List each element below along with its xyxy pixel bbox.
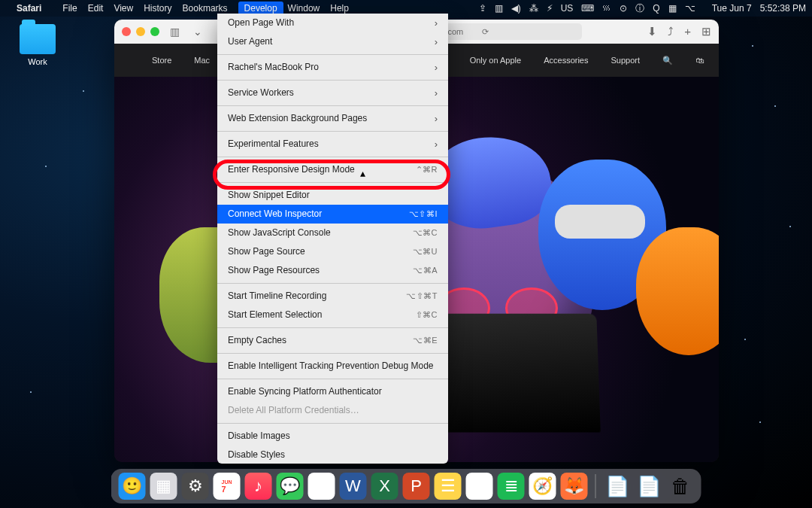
menu-extra-icon[interactable]: ᯾ [602,3,611,14]
menu-extra-icon[interactable]: ▦ [668,3,677,14]
menu-item-label: Disable Images [228,430,290,443]
downloads-button[interactable]: ⬇︎ [647,25,657,38]
tab-overview-button[interactable]: ⊞ [701,25,711,38]
menu-item-label: Connect Web Inspector [228,208,322,221]
dock-app-notes[interactable]: ☰ [435,473,462,500]
menu-separator [217,182,448,183]
menu-item-empty-caches[interactable]: Empty Caches⌥⌘E [217,331,448,350]
menubar-item-file[interactable]: File [62,3,77,14]
sidebar-toggle-button[interactable]: ▥ [167,26,183,38]
bag-icon[interactable]: 🛍 [695,56,704,65]
dock-app-slack[interactable]: ✱ [466,473,493,500]
menu-extra-icon[interactable]: US [561,3,574,14]
dock-tray-document[interactable]: 📄 [604,473,631,500]
menu-item-label: Show JavaScript Console [228,227,331,239]
nav-mac[interactable]: Mac [194,56,210,65]
menu-item-show-javascript-console[interactable]: Show JavaScript Console⌥⌘C [217,224,448,242]
menubar-item-bookmarks[interactable]: Bookmarks [183,3,228,14]
nav-store[interactable]: Store [152,56,171,65]
new-tab-button[interactable]: + [684,25,691,38]
menu-item-label: Open Page With [228,17,294,29]
menu-separator [217,327,448,328]
menu-item-enter-responsive-design-mode[interactable]: Enter Responsive Design Mode⌃⌘R [217,160,448,179]
menu-extra-icon[interactable]: ⁂ [529,3,538,14]
menu-item-label: User Agent [228,35,272,48]
menu-item-disable-images[interactable]: Disable Images [217,427,448,446]
close-button[interactable] [122,27,131,36]
dock-app-powerpoint[interactable]: P [403,473,430,500]
menu-item-shortcut: ⌥⇧⌘T [406,290,438,303]
menubar-app-name[interactable]: Safari [17,3,41,14]
dock-app-excel[interactable]: X [371,473,398,500]
nav-support[interactable]: Support [611,56,640,65]
desktop-folder-work[interactable]: Work [15,24,60,66]
dock-app-chrome[interactable]: ◉ [308,473,335,500]
menu-extra-icon[interactable]: ⌥ [685,3,695,14]
dock: 🙂▦⚙︎JUN7♪💬◉WXP☰✱≣🧭🦊📄📄🗑 [111,469,701,503]
menu-item-disable-styles[interactable]: Disable Styles [217,446,448,464]
dock-app-messages[interactable]: 💬 [277,473,304,500]
menu-item-show-snippet-editor[interactable]: Show Snippet Editor [217,186,448,205]
menu-item-shortcut: ⇧⌘C [416,309,438,321]
menu-item-service-workers[interactable]: Service Workers [217,84,448,102]
dock-tray-trash[interactable]: 🗑 [667,473,694,500]
dock-app-music[interactable]: ♪ [245,473,272,500]
tab-group-menu-button[interactable]: ⌄ [190,26,205,38]
menu-item-show-page-source[interactable]: Show Page Source⌥⌘U [217,242,448,261]
menu-item-web-extension-background-pages[interactable]: Web Extension Background Pages [217,109,448,128]
menubar-item-window[interactable]: Window [288,3,320,14]
search-icon[interactable]: 🔍 [662,56,673,65]
menu-item-start-timeline-recording[interactable]: Start Timeline Recording⌥⇧⌘T [217,287,448,306]
menu-item-label: Experimental Features [228,138,319,151]
zoom-button[interactable] [150,27,159,36]
menu-extra-icon[interactable]: ⌨︎ [581,3,594,14]
menu-item-label: Show Snippet Editor [228,189,310,202]
menubar-item-help[interactable]: Help [330,3,349,14]
nav-accessories[interactable]: Accessories [544,56,588,65]
menu-item-show-page-resources[interactable]: Show Page Resources⌥⌘A [217,261,448,280]
menu-separator [217,54,448,55]
dock-tray-document2[interactable]: 📄 [635,473,662,500]
menu-extra-icon[interactable]: ⇪ [479,3,486,14]
dock-app-spotify[interactable]: ≣ [498,473,525,500]
menu-item-shortcut: ⌥⌘U [413,245,438,258]
dock-app-word[interactable]: W [340,473,367,500]
menubar-item-edit[interactable]: Edit [88,3,104,14]
dock-app-system-preferences[interactable]: ⚙︎ [182,473,209,500]
menu-item-user-agent[interactable]: User Agent [217,32,448,51]
menu-extra-icon[interactable]: ▥ [495,3,503,14]
menu-extra-icon[interactable]: ◀) [511,3,521,14]
menubar-date[interactable]: Tue Jun 7 [712,3,752,14]
menu-item-start-element-selection[interactable]: Start Element Selection⇧⌘C [217,306,448,324]
menubar-item-view[interactable]: View [114,3,133,14]
reload-icon[interactable]: ⟳ [482,27,489,37]
window-controls [122,27,159,36]
dock-app-calendar[interactable]: JUN7 [214,473,241,500]
menubar-item-history[interactable]: History [144,3,171,14]
menu-extra-icon[interactable]: Q [653,3,659,14]
menu-item-label: Enable Syncing Platform Authenticator [228,385,382,398]
menu-extra-icon[interactable]: ⊙ [620,3,627,14]
share-button[interactable]: ⤴︎ [668,25,674,38]
dock-app-launchpad[interactable]: ▦ [150,473,177,500]
develop-menu[interactable]: Open Page WithUser AgentRachel's MacBook… [217,14,448,464]
menu-item-label: Rachel's MacBook Pro [228,61,319,74]
menu-item-shortcut: ⌃⌘R [416,163,438,176]
dock-app-safari[interactable]: 🧭 [529,473,556,500]
menu-extra-icon[interactable]: ⓘ [635,3,644,14]
nav-only-on-apple[interactable]: Only on Apple [470,56,522,65]
menu-item-label: Start Element Selection [228,309,322,321]
menu-item-experimental-features[interactable]: Experimental Features [217,135,448,154]
dock-app-finder[interactable]: 🙂 [119,473,146,500]
menu-item-rachel-s-macbook-pro[interactable]: Rachel's MacBook Pro [217,58,448,77]
menu-item-open-page-with[interactable]: Open Page With [217,14,448,32]
menu-item-enable-syncing-platform-authenticator[interactable]: Enable Syncing Platform Authenticator [217,382,448,401]
menu-item-connect-web-inspector[interactable]: Connect Web Inspector⌥⇧⌘I [217,205,448,224]
menubar-time[interactable]: 5:52:38 PM [760,3,806,14]
minimize-button[interactable] [136,27,145,36]
dock-separator [595,474,596,498]
menu-item-enable-intelligent-tracking-prevention-debug-mode[interactable]: Enable Intelligent Tracking Prevention D… [217,357,448,376]
dock-app-firefox[interactable]: 🦊 [561,473,588,500]
menu-extra-icon[interactable]: ⚡︎ [547,3,553,14]
memoji-orange [636,227,719,355]
